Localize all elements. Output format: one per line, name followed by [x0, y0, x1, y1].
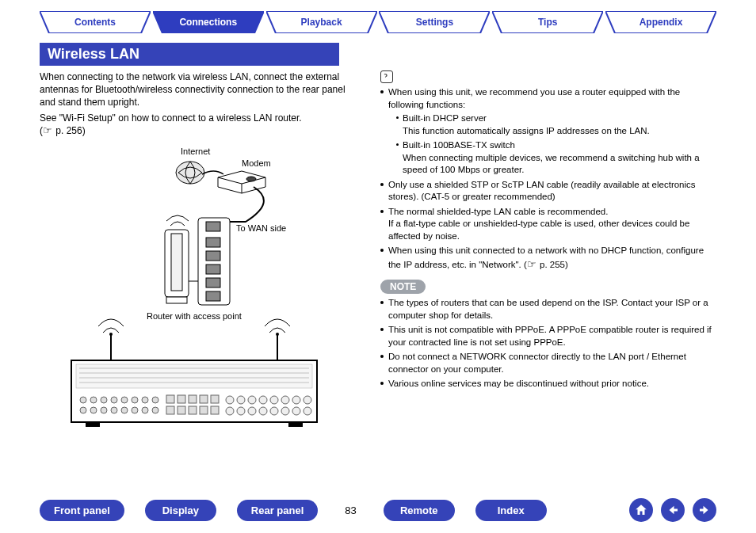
- svg-point-34: [111, 397, 117, 403]
- tab-contents[interactable]: Contents: [40, 11, 151, 33]
- pointer-icon: ☞: [527, 258, 536, 270]
- tab-settings[interactable]: Settings: [379, 11, 490, 33]
- btn-rear-panel[interactable]: Rear panel: [237, 500, 318, 521]
- info-icon: [380, 70, 393, 83]
- prev-button[interactable]: [661, 498, 685, 522]
- svg-rect-26: [76, 364, 312, 388]
- svg-rect-54: [189, 406, 197, 414]
- svg-point-43: [121, 407, 128, 413]
- svg-point-61: [270, 396, 278, 404]
- svg-rect-52: [166, 406, 174, 414]
- home-icon: [634, 503, 648, 517]
- svg-point-46: [152, 407, 158, 413]
- svg-point-63: [292, 396, 300, 404]
- svg-rect-51: [211, 395, 219, 403]
- tab-label: Appendix: [640, 17, 683, 28]
- network-diagram: Internet Modem To WAN side: [40, 143, 341, 428]
- tab-label: Connections: [179, 17, 237, 28]
- bullet-normal-cable: The normal shielded-type LAN cable is re…: [380, 206, 716, 243]
- note-direct-connect: Do not connect a NETWORK connector direc…: [380, 351, 716, 375]
- svg-point-59: [248, 396, 256, 404]
- svg-rect-47: [166, 395, 174, 403]
- tab-label: Playback: [301, 17, 342, 28]
- svg-rect-16: [206, 251, 220, 261]
- page-number: 83: [345, 504, 356, 516]
- note-pppoe: This unit is not compatible with PPPoE. …: [380, 324, 716, 348]
- section-heading: Wireless LAN: [40, 43, 339, 66]
- svg-rect-53: [178, 406, 185, 414]
- svg-point-35: [121, 397, 128, 403]
- note-label: NOTE: [380, 280, 426, 294]
- svg-point-44: [132, 407, 138, 413]
- svg-rect-74: [288, 422, 303, 427]
- page-ref-256[interactable]: (☞ p. 256): [40, 124, 357, 136]
- tab-label: Settings: [416, 17, 453, 28]
- svg-point-67: [248, 407, 256, 415]
- svg-point-60: [259, 396, 267, 404]
- svg-point-70: [281, 407, 289, 415]
- tab-appendix[interactable]: Appendix: [605, 11, 716, 33]
- svg-rect-48: [178, 395, 185, 403]
- svg-point-36: [132, 397, 138, 403]
- tab-label: Tips: [538, 17, 557, 28]
- svg-point-45: [142, 407, 148, 413]
- svg-rect-55: [200, 406, 208, 414]
- svg-rect-15: [206, 238, 220, 247]
- svg-point-65: [226, 407, 234, 415]
- btn-index[interactable]: Index: [475, 500, 547, 521]
- svg-point-62: [281, 396, 289, 404]
- svg-rect-17: [206, 265, 220, 274]
- svg-rect-14: [206, 222, 220, 231]
- tab-connections[interactable]: Connections: [153, 11, 264, 33]
- svg-point-38: [152, 397, 158, 403]
- sub-dhcp: Built-in DHCP server This function autom…: [396, 112, 716, 137]
- svg-rect-19: [206, 291, 220, 301]
- tab-tips[interactable]: Tips: [492, 11, 603, 33]
- btn-display[interactable]: Display: [145, 500, 216, 521]
- bottom-nav: Front panel Display Rear panel 83 Remote…: [0, 498, 756, 522]
- top-tabs: Contents Connections Playback Settings T…: [0, 0, 756, 33]
- svg-text:To WAN side: To WAN side: [236, 223, 286, 233]
- svg-rect-18: [206, 278, 220, 287]
- svg-rect-73: [86, 422, 100, 427]
- label-internet: Internet: [181, 147, 210, 156]
- svg-text:Router with access point: Router with access point: [147, 311, 242, 321]
- arrow-left-icon: [666, 503, 680, 517]
- svg-point-68: [259, 407, 267, 415]
- svg-point-22: [109, 333, 113, 336]
- svg-point-57: [226, 396, 234, 404]
- svg-point-31: [80, 397, 86, 403]
- svg-point-71: [292, 407, 300, 415]
- svg-point-42: [111, 407, 117, 413]
- svg-point-39: [80, 407, 86, 413]
- home-button[interactable]: [629, 498, 653, 522]
- right-column: When using this unit, we recommend you u…: [380, 70, 716, 428]
- svg-rect-11: [171, 234, 182, 291]
- btn-front-panel[interactable]: Front panel: [40, 500, 124, 521]
- svg-point-40: [90, 407, 97, 413]
- note-isp: The types of routers that can be used de…: [380, 297, 716, 322]
- intro-text: When connecting to the network via wirel…: [40, 70, 357, 109]
- svg-point-6: [176, 162, 204, 184]
- svg-rect-56: [211, 406, 219, 414]
- svg-point-64: [304, 396, 311, 404]
- svg-text:Modem: Modem: [242, 158, 271, 168]
- bullet-router-rec: When using this unit, we recommend you u…: [380, 86, 716, 177]
- svg-point-33: [101, 397, 107, 403]
- btn-remote[interactable]: Remote: [384, 500, 455, 521]
- sub-100base: Built-in 100BASE-TX switch When connecti…: [396, 139, 716, 177]
- svg-rect-12: [166, 297, 187, 303]
- svg-rect-50: [200, 395, 208, 403]
- svg-point-72: [304, 407, 311, 415]
- svg-point-66: [237, 407, 245, 415]
- next-button[interactable]: [693, 498, 716, 522]
- tab-playback[interactable]: Playback: [266, 11, 377, 33]
- page-ref-255[interactable]: p. 255): [540, 260, 568, 269]
- svg-point-37: [142, 397, 148, 403]
- bullet-no-dhcp: When using this unit connected to a netw…: [380, 245, 716, 271]
- svg-point-58: [237, 396, 245, 404]
- bullet-shielded-cable: Only use a shielded STP or ScTP LAN cabl…: [380, 179, 716, 204]
- pointer-icon: ☞: [43, 124, 52, 136]
- svg-point-32: [90, 397, 97, 403]
- svg-point-69: [270, 407, 278, 415]
